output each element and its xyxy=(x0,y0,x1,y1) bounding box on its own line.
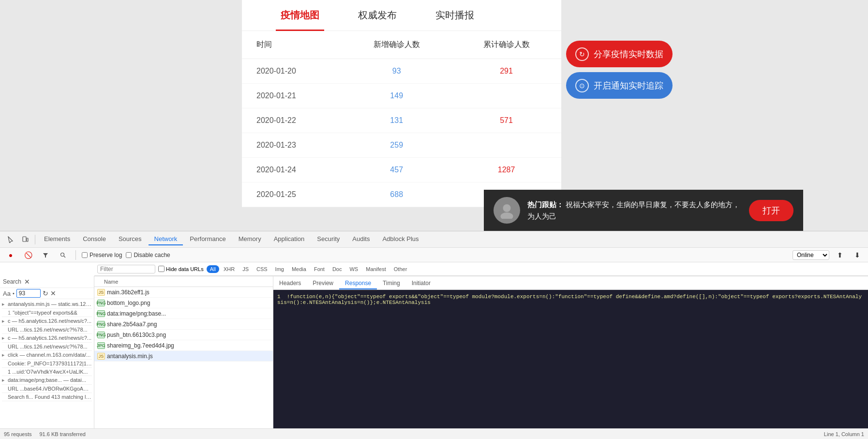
cell-date: 2020-01-24 xyxy=(242,158,342,182)
log-item[interactable]: ▸ click — channel.m.163.com/data/... xyxy=(2,351,92,360)
net-filter-icon-btn[interactable] xyxy=(39,248,52,262)
aa-cancel-btn[interactable]: ✕ xyxy=(50,289,56,297)
resp-tab-headers[interactable]: Headers xyxy=(273,278,307,289)
file-row[interactable]: JS antanalysis.min.js xyxy=(94,351,273,362)
resp-tab-initiator[interactable]: Initiator xyxy=(406,278,436,289)
file-row[interactable]: JS main.36b2eff1.js xyxy=(94,287,273,298)
log-text: click — channel.m.163.com/data/... xyxy=(8,352,92,358)
net-toolbar: ● 🚫 Preserve log Disable cache Online Fa… xyxy=(0,248,868,262)
hide-data-urls-label[interactable]: Hide data URLs xyxy=(158,266,204,272)
box-icon-btn[interactable] xyxy=(18,233,32,246)
filter-img[interactable]: Img xyxy=(272,265,287,273)
devtools-toolbar: Elements Console Sources Network Perform… xyxy=(0,231,868,248)
notify-btn[interactable]: ⊙ 开启通知实时追踪 xyxy=(566,72,673,99)
tab-performance[interactable]: Performance xyxy=(184,233,231,245)
import-btn[interactable]: ⬆ xyxy=(833,248,847,262)
tab-sources[interactable]: Sources xyxy=(113,233,148,245)
filter-input[interactable] xyxy=(97,265,155,273)
resp-tab-preview[interactable]: Preview xyxy=(307,278,339,289)
filter-all[interactable]: All xyxy=(207,265,219,273)
export-btn[interactable]: ⬇ xyxy=(851,248,864,262)
line-col: Line 1, Column 1 xyxy=(824,431,864,437)
filter-css[interactable]: CSS xyxy=(253,265,271,273)
cell-date: 2020-01-22 xyxy=(242,108,342,133)
share-btn[interactable]: ↻ 分享疫情实时数据 xyxy=(566,41,673,67)
log-item[interactable]: ▸ c — h5.analytics.126.net/news/c?... xyxy=(2,334,92,343)
log-item[interactable]: ▸ data:image/png;base... — datai... xyxy=(2,376,92,385)
col-date: 时间 xyxy=(242,31,342,59)
cell-new: 93 xyxy=(342,59,451,84)
disable-cache-checkbox[interactable] xyxy=(126,252,132,258)
log-item[interactable]: URL ...tics.126.net/news/c?%78... xyxy=(2,343,92,351)
hide-data-urls-checkbox[interactable] xyxy=(158,266,165,272)
resp-tab-response[interactable]: Response xyxy=(339,278,377,289)
banner-open-btn[interactable]: 打开 xyxy=(749,200,793,221)
log-text: URL ...tics.126.net/news/c?%78... xyxy=(8,344,92,349)
search-close-btn[interactable]: ✕ xyxy=(23,278,31,286)
log-expand: ▸ xyxy=(2,377,8,383)
tab-memory[interactable]: Memory xyxy=(233,233,267,245)
tab-security[interactable]: Security xyxy=(311,233,345,245)
filter-xhr[interactable]: XHR xyxy=(220,265,238,273)
search-row: Search ✕ xyxy=(0,276,94,288)
preserve-log-label[interactable]: Preserve log xyxy=(82,252,122,258)
filter-doc[interactable]: Doc xyxy=(329,265,345,273)
filter-other[interactable]: Other xyxy=(390,265,411,273)
log-item[interactable]: URL ...tics.126.net/news/c?%78... xyxy=(2,326,92,334)
file-row[interactable]: PNG data:image/png;base... xyxy=(94,308,273,319)
tab-console[interactable]: Console xyxy=(77,233,112,245)
tab-audits[interactable]: Audits xyxy=(346,233,375,245)
log-item[interactable]: ▸ c — h5.analytics.126.net/news/c?... xyxy=(2,317,92,326)
log-item[interactable]: 1 "object"==typeof exports&& xyxy=(2,309,92,317)
tab-realtime[interactable]: 实时播报 xyxy=(416,0,494,30)
disable-cache-label[interactable]: Disable cache xyxy=(126,252,170,258)
log-item[interactable]: 1 ...uid:'O7wVhdkY4wcX+UaLlK... xyxy=(2,368,92,376)
tab-authority[interactable]: 权威发布 xyxy=(339,0,416,30)
throttle-select[interactable]: Online Fast 3G Slow 3G Offline xyxy=(793,250,829,260)
covid-table: 时间 新增确诊人数 累计确诊人数 2020-01-20 93 291 2020-… xyxy=(242,31,561,207)
aa-refresh-btn[interactable]: ↻ xyxy=(43,289,48,297)
filter-manifest[interactable]: Manifest xyxy=(362,265,389,273)
filter-media[interactable]: Media xyxy=(288,265,310,273)
search-label: Search xyxy=(3,278,21,285)
filter-js[interactable]: JS xyxy=(239,265,252,273)
cursor-icon-btn[interactable] xyxy=(4,233,17,246)
filter-ws[interactable]: WS xyxy=(346,265,361,273)
tab-network[interactable]: Network xyxy=(149,233,183,245)
log-item[interactable]: ▸ antanalysis.min.js — static.ws.126... xyxy=(2,300,92,309)
overlay-buttons: ↻ 分享疫情实时数据 ⊙ 开启通知实时追踪 xyxy=(566,41,673,99)
net-upper: Name JS main.36b2eff1.js PNG bottom_logo… xyxy=(94,276,868,439)
search-icon-btn[interactable] xyxy=(56,248,70,262)
log-expand: ▸ xyxy=(2,301,8,307)
log-item[interactable]: Cookie: P_INFO=17379311172|15... xyxy=(2,360,92,368)
log-text: c — h5.analytics.126.net/news/c?... xyxy=(8,318,92,324)
tab-application[interactable]: Application xyxy=(268,233,311,245)
status-bar: 95 requests 91.6 KB transferred Line 1, … xyxy=(0,428,868,439)
log-item[interactable]: Search fi... Found 413 matching lines: xyxy=(2,393,92,401)
cursor-icon xyxy=(7,236,14,243)
filter-font[interactable]: Font xyxy=(311,265,328,273)
cell-date: 2020-01-20 xyxy=(242,59,342,84)
log-text: "object"==typeof exports&& xyxy=(13,310,92,316)
resp-tab-timing[interactable]: Timing xyxy=(377,278,406,289)
transferred-size: 91.6 KB transferred xyxy=(39,431,85,437)
file-row[interactable]: JPG shareimg_bg.7eed4d4.jpg xyxy=(94,340,273,351)
tab-adblock[interactable]: Adblock Plus xyxy=(376,233,424,245)
left-log: ▸ antanalysis.min.js — static.ws.126... … xyxy=(0,299,94,402)
file-row[interactable]: PNG push_btn.66130c3.png xyxy=(94,330,273,340)
log-item[interactable]: URL ...base64.iVBORw0KGgoAAA... xyxy=(2,385,92,393)
file-icon-png: PNG xyxy=(97,310,105,317)
file-row[interactable]: PNG bottom_logo.png xyxy=(94,298,273,308)
file-icon-jpg: JPG xyxy=(97,342,105,349)
aa-input[interactable] xyxy=(16,289,41,298)
svg-rect-2 xyxy=(23,237,26,242)
record-btn[interactable]: ● xyxy=(4,248,17,262)
preserve-log-checkbox[interactable] xyxy=(82,252,88,258)
file-row[interactable]: PNG share.2b54aa7.png xyxy=(94,319,273,330)
clear-btn[interactable]: 🚫 xyxy=(21,248,35,262)
svg-marker-4 xyxy=(43,253,48,257)
tab-elements[interactable]: Elements xyxy=(38,233,76,245)
tab-map[interactable]: 疫情地图 xyxy=(261,0,339,30)
log-text: c — h5.analytics.126.net/news/c?... xyxy=(8,335,92,341)
file-name: push_btn.66130c3.png xyxy=(107,332,270,338)
